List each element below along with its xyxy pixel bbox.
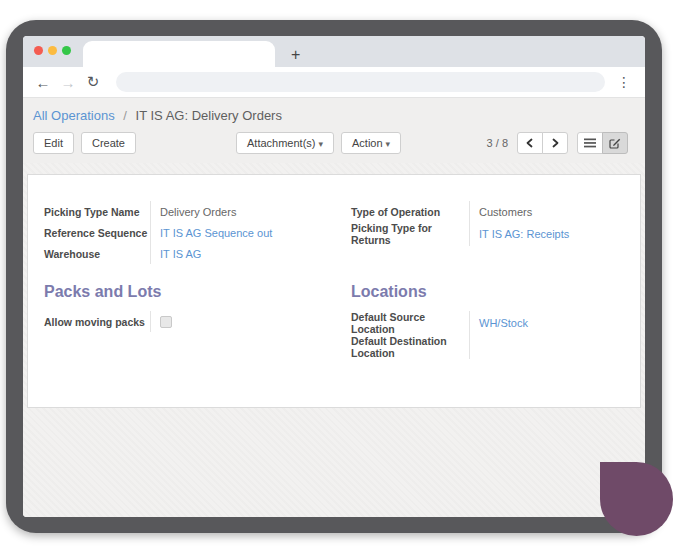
pager-count: 3 / 8 [487, 137, 508, 149]
field-reference-sequence: Reference Sequence IT IS AG Sequence out [44, 222, 317, 243]
field-label: Allow moving packs [44, 311, 150, 332]
field-picking-type-name: Picking Type Name Delivery Orders [44, 201, 317, 222]
field-value [150, 311, 317, 332]
field-group-main-right: Type of Operation Customers Picking Type… [351, 201, 624, 267]
view-switcher [577, 132, 628, 154]
allow-moving-packs-checkbox[interactable] [160, 316, 172, 328]
browser-window: + ← → ↻ ⋮ All Operations / IT IS AG: Del… [23, 36, 645, 517]
form-sheet: Picking Type Name Delivery Orders Refere… [27, 174, 641, 408]
create-button[interactable]: Create [81, 132, 136, 154]
field-label: Type of Operation [351, 201, 469, 222]
purple-teardrop-shape [600, 462, 673, 536]
field-label: Warehouse [44, 243, 150, 264]
odoo-app: All Operations / IT IS AG: Delivery Orde… [23, 98, 645, 517]
pager-next-button[interactable] [542, 132, 568, 154]
field-group-locations: Default Source Location WH/Stock Default… [351, 311, 624, 359]
reload-icon[interactable]: ↻ [83, 73, 103, 91]
list-view-icon [584, 138, 596, 148]
form-view-background: Picking Type Name Delivery Orders Refere… [23, 163, 645, 517]
action-button-group: Attachment(s)▾ Action▾ [236, 132, 401, 154]
browser-tab-bar: + [23, 36, 645, 67]
section-title-packs-and-lots: Packs and Lots [44, 283, 317, 301]
list-view-button[interactable] [577, 132, 603, 154]
back-icon[interactable]: ← [33, 74, 53, 91]
form-view-button[interactable] [602, 132, 628, 154]
browser-menu-icon[interactable]: ⋮ [613, 74, 635, 90]
url-bar[interactable] [116, 72, 605, 92]
default-source-location-link[interactable]: WH/Stock [469, 311, 624, 335]
browser-window-frame: + ← → ↻ ⋮ All Operations / IT IS AG: Del… [6, 20, 662, 533]
field-label: Picking Type Name [44, 201, 150, 222]
field-group-main-left: Picking Type Name Delivery Orders Refere… [44, 201, 317, 267]
breadcrumb-current: IT IS AG: Delivery Orders [136, 108, 282, 123]
form-right-column: Type of Operation Customers Picking Type… [351, 201, 624, 359]
attachments-label: Attachment(s) [247, 137, 315, 149]
chevron-down-icon: ▾ [318, 139, 323, 149]
action-dropdown-button[interactable]: Action▾ [341, 132, 401, 154]
maximize-window-button[interactable] [62, 46, 71, 55]
field-warehouse: Warehouse IT IS AG [44, 243, 317, 264]
form-left-column: Picking Type Name Delivery Orders Refere… [44, 201, 317, 359]
pager-buttons [517, 132, 568, 154]
edit-button[interactable]: Edit [33, 132, 74, 154]
forward-icon[interactable]: → [58, 74, 78, 91]
field-label: Reference Sequence [44, 222, 150, 243]
reference-sequence-link[interactable]: IT IS AG Sequence out [150, 222, 317, 243]
warehouse-link[interactable]: IT IS AG [150, 243, 317, 264]
field-label: Default Destination Location [351, 335, 469, 359]
field-picking-type-for-returns: Picking Type for Returns IT IS AG: Recei… [351, 222, 624, 246]
minimize-window-button[interactable] [48, 46, 57, 55]
form-edit-icon [609, 137, 621, 149]
pager-previous-button[interactable] [517, 132, 543, 154]
page: + ← → ↻ ⋮ All Operations / IT IS AG: Del… [0, 0, 680, 553]
field-value: Delivery Orders [150, 201, 317, 222]
control-panel: Edit Create Attachment(s)▾ Action▾ 3 / 8 [23, 128, 645, 163]
attachments-dropdown-button[interactable]: Attachment(s)▾ [236, 132, 334, 154]
picking-type-for-returns-link[interactable]: IT IS AG: Receipts [469, 222, 624, 246]
breadcrumb-all-operations-link[interactable]: All Operations [33, 108, 115, 123]
browser-nav-bar: ← → ↻ ⋮ [23, 67, 645, 98]
window-controls [34, 46, 71, 55]
browser-tab[interactable] [83, 41, 275, 67]
chevron-left-icon [525, 138, 535, 148]
field-label: Picking Type for Returns [351, 222, 469, 246]
new-tab-button[interactable]: + [291, 47, 300, 63]
field-group-packs: Allow moving packs [44, 311, 317, 332]
field-value-empty [469, 335, 624, 359]
field-default-source-location: Default Source Location WH/Stock [351, 311, 624, 335]
breadcrumb-separator: / [123, 108, 127, 123]
field-allow-moving-packs: Allow moving packs [44, 311, 317, 332]
chevron-down-icon: ▾ [386, 139, 391, 149]
field-type-of-operation: Type of Operation Customers [351, 201, 624, 222]
breadcrumb: All Operations / IT IS AG: Delivery Orde… [23, 98, 645, 128]
field-default-destination-location: Default Destination Location [351, 335, 624, 359]
chevron-right-icon [550, 138, 560, 148]
close-window-button[interactable] [34, 46, 43, 55]
field-label: Default Source Location [351, 311, 469, 335]
field-value: Customers [469, 201, 624, 222]
section-title-locations: Locations [351, 283, 624, 301]
action-label: Action [352, 137, 383, 149]
